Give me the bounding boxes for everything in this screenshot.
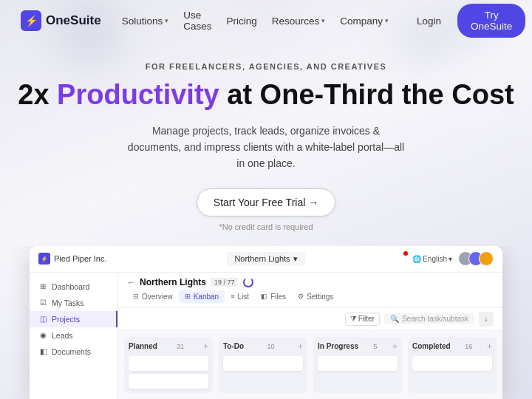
kanban-icon: ⊞ xyxy=(185,293,191,300)
sidebar-item-my-tasks[interactable]: ☑ My Tasks xyxy=(30,295,117,311)
list-icon: ≡ xyxy=(231,293,234,300)
col-add-planned[interactable]: + xyxy=(203,341,208,352)
col-header-completed: Completed 16 + xyxy=(412,341,492,352)
hero-subtitle: Manage projects, track leads, organize i… xyxy=(126,123,406,172)
nav-links: Solutions ▾ Use Cases Pricing Resources … xyxy=(116,5,395,36)
project-badge-count: 19 / 77 xyxy=(211,278,239,287)
hero-eyebrow: FOR FREELANCERS, AGENCIES, AND CREATIVES xyxy=(15,62,517,71)
notification-icon[interactable] xyxy=(405,253,406,265)
leads-icon: ◉ xyxy=(38,331,47,340)
project-selector[interactable]: Northern Lights ▾ xyxy=(227,252,304,266)
tab-settings[interactable]: ⚙ Settings xyxy=(292,290,339,303)
nav-actions: Login Try OneSuite xyxy=(409,4,525,38)
app-company-name: Pied Piper Inc. xyxy=(54,254,107,263)
nav-use-cases[interactable]: Use Cases xyxy=(177,5,217,36)
avatar-group xyxy=(458,251,494,266)
nav-company[interactable]: Company ▾ xyxy=(334,11,395,31)
app-preview: ⚡ Pied Piper Inc. Northern Lights ▾ 🌐 En… xyxy=(30,246,502,399)
kanban-col-planned: Planned 31 + xyxy=(124,337,213,393)
hero-title-before: 2x xyxy=(18,79,57,110)
logo-text: OneSuite xyxy=(46,13,101,28)
filter-button[interactable]: ⧩ Filter xyxy=(345,313,380,326)
start-trial-button[interactable]: Start Your Free Trial → xyxy=(197,188,335,216)
app-preview-wrapper: ⚡ Pied Piper Inc. Northern Lights ▾ 🌐 En… xyxy=(0,246,532,399)
view-tabs: ⊟ Overview ⊞ Kanban ≡ List xyxy=(127,290,494,303)
app-topbar-right: 🌐 English ▾ xyxy=(405,251,494,266)
tab-overview[interactable]: ⊟ Overview xyxy=(127,290,179,303)
col-header-todo: To-Do 10 + xyxy=(223,341,303,352)
kanban-toolbar: ⧩ Filter 🔍 Search task/subtask ↓ xyxy=(118,308,502,331)
documents-icon: ◧ xyxy=(38,347,47,356)
grid-icon: ⊞ xyxy=(38,282,47,291)
app-topbar: ⚡ Pied Piper Inc. Northern Lights ▾ 🌐 En… xyxy=(30,246,502,273)
tab-kanban[interactable]: ⊞ Kanban xyxy=(179,290,225,303)
logo-icon: ⚡ xyxy=(21,10,41,31)
projects-icon: ◫ xyxy=(38,315,47,324)
nav-pricing[interactable]: Pricing xyxy=(220,11,262,31)
app-topbar-center: Northern Lights ▾ xyxy=(127,252,405,266)
tab-files[interactable]: ◧ Files xyxy=(255,290,292,303)
files-icon: ◧ xyxy=(261,293,267,300)
logo[interactable]: ⚡ OneSuite xyxy=(21,10,101,31)
project-header: ← Northern Lights 19 / 77 ⊟ Overview xyxy=(118,273,502,308)
col-header-inprogress: In Progress 5 + xyxy=(318,341,398,352)
kanban-col-todo: To-Do 10 + xyxy=(219,337,307,393)
col-add-todo[interactable]: + xyxy=(298,341,303,352)
hero-title: 2x Productivity at One-Third the Cost xyxy=(15,78,517,112)
sidebar-item-dashboard[interactable]: ⊞ Dashboard xyxy=(30,279,117,295)
search-box[interactable]: 🔍 Search task/subtask xyxy=(384,313,474,324)
kanban-board: Planned 31 + To-Do 10 + xyxy=(118,331,502,399)
kanban-col-completed: Completed 16 + xyxy=(408,337,497,393)
progress-spinner-icon xyxy=(243,277,253,287)
col-header-planned: Planned 31 + xyxy=(129,341,208,352)
kanban-card[interactable] xyxy=(412,356,492,371)
back-arrow-icon[interactable]: ← xyxy=(127,278,135,287)
col-count-inprogress: 5 xyxy=(374,343,378,350)
col-count-todo: 10 xyxy=(267,343,275,350)
col-add-completed[interactable]: + xyxy=(487,341,492,352)
cta-area: Start Your Free Trial → *No credit card … xyxy=(15,188,517,231)
col-count-planned: 31 xyxy=(177,343,184,350)
app-sidebar: ⊞ Dashboard ☑ My Tasks ◫ Projects ◉ Lead… xyxy=(30,273,118,399)
col-title-completed: Completed xyxy=(412,342,451,350)
download-button[interactable]: ↓ xyxy=(479,312,494,327)
col-title-todo: To-Do xyxy=(223,342,244,350)
app-logo-mini: ⚡ xyxy=(38,253,50,265)
kanban-card[interactable] xyxy=(223,356,303,371)
kanban-card[interactable] xyxy=(129,356,208,371)
kanban-card[interactable] xyxy=(129,374,208,389)
kanban-card[interactable] xyxy=(318,356,398,371)
hero-section: FOR FREELANCERS, AGENCIES, AND CREATIVES… xyxy=(0,41,532,246)
settings-icon: ⚙ xyxy=(298,293,304,300)
col-count-completed: 16 xyxy=(465,343,472,350)
col-title-planned: Planned xyxy=(129,342,157,350)
hero-title-after: at One-Third the Cost xyxy=(219,79,514,110)
sidebar-item-leads[interactable]: ◉ Leads xyxy=(30,327,117,344)
hero-title-highlight: Productivity xyxy=(57,79,219,110)
sidebar-item-documents[interactable]: ◧ Documents xyxy=(30,344,117,360)
nav-resources[interactable]: Resources ▾ xyxy=(266,11,332,31)
toolbar-right: ⧩ Filter 🔍 Search task/subtask ↓ xyxy=(345,312,494,327)
app-logo-area: ⚡ Pied Piper Inc. xyxy=(38,253,127,265)
navbar: ⚡ OneSuite Solutions ▾ Use Cases Pricing… xyxy=(0,0,532,41)
tab-list[interactable]: ≡ List xyxy=(225,290,255,303)
kanban-col-inprogress: In Progress 5 + xyxy=(313,337,402,393)
login-button[interactable]: Login xyxy=(409,11,449,31)
avatar xyxy=(479,251,494,266)
project-name: Northern Lights xyxy=(140,277,206,287)
language-selector[interactable]: 🌐 English ▾ xyxy=(412,255,452,263)
col-title-inprogress: In Progress xyxy=(318,342,358,350)
try-onesuite-button[interactable]: Try OneSuite xyxy=(457,4,525,38)
app-main: ← Northern Lights 19 / 77 ⊟ Overview xyxy=(118,273,502,399)
sidebar-item-projects[interactable]: ◫ Projects xyxy=(30,311,117,327)
nav-solutions[interactable]: Solutions ▾ xyxy=(116,11,175,31)
filter-icon: ⧩ xyxy=(350,315,356,324)
app-body: ⊞ Dashboard ☑ My Tasks ◫ Projects ◉ Lead… xyxy=(30,273,502,399)
col-add-inprogress[interactable]: + xyxy=(392,341,398,352)
overview-icon: ⊟ xyxy=(133,293,139,300)
cta-note: *No credit card is required xyxy=(219,222,313,231)
search-icon: 🔍 xyxy=(390,315,399,323)
tasks-icon: ☑ xyxy=(38,299,47,307)
